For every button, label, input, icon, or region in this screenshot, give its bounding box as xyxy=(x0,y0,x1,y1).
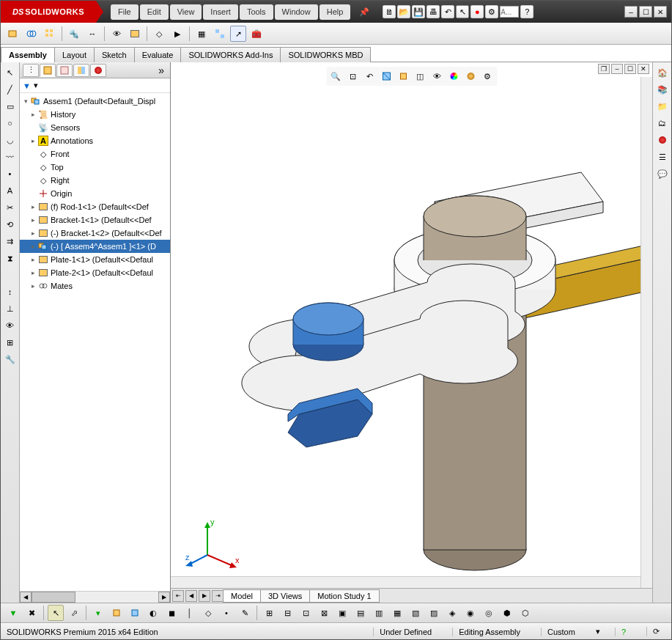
status-unit-system[interactable]: Custom xyxy=(541,628,581,636)
tree-node-plate1[interactable]: ▸Plate-1<1> (Default<<Defaul xyxy=(20,253,170,266)
minimize-button[interactable]: – xyxy=(624,6,638,18)
print-icon[interactable]: 🖶 xyxy=(427,5,440,18)
sketch-point-icon[interactable]: • xyxy=(3,166,18,181)
filter-misc7-icon[interactable]: ▥ xyxy=(371,605,387,621)
view-settings-icon[interactable]: ⚙ xyxy=(480,69,495,84)
tab-nav-last-icon[interactable]: ⇥ xyxy=(212,590,224,602)
doc-tab-motion[interactable]: Motion Study 1 xyxy=(309,589,379,603)
config-manager-tab-icon[interactable] xyxy=(73,64,89,77)
filter-misc6-icon[interactable]: ▤ xyxy=(352,605,369,621)
tree-node-rod[interactable]: ▸(f) Rod-1<1> (Default<<Def xyxy=(20,200,170,213)
file-explorer-icon[interactable]: 📁 xyxy=(655,99,670,114)
filter-axis-icon[interactable]: │ xyxy=(182,605,198,621)
select-arrow-alt-icon[interactable]: ⬀ xyxy=(66,605,82,621)
filter-misc2-icon[interactable]: ⊟ xyxy=(279,605,295,621)
zoom-area-icon[interactable]: ⊡ xyxy=(345,69,360,84)
apply-scene-icon[interactable] xyxy=(463,69,478,84)
rebuild-icon[interactable]: ● xyxy=(470,5,484,18)
tree-node-mates[interactable]: ▸Mates xyxy=(20,279,170,293)
sketch-text-icon[interactable]: A xyxy=(3,183,18,198)
tree-node-sensors[interactable]: 📡Sensors xyxy=(20,121,170,134)
tree-node-front-plane[interactable]: ◇Front xyxy=(20,147,170,161)
sketch-line-icon[interactable]: ╱ xyxy=(3,82,18,97)
filter-misc12-icon[interactable]: ◉ xyxy=(462,605,479,621)
insert-components-icon[interactable] xyxy=(5,26,21,42)
instant3d-icon[interactable]: ➚ xyxy=(230,26,246,42)
tab-mbd[interactable]: SOLIDWORKS MBD xyxy=(280,47,371,62)
filter-faces-icon[interactable] xyxy=(127,605,143,621)
scroll-left-icon[interactable]: ◀ xyxy=(20,592,32,603)
feature-panel-handle-icon[interactable]: ⋮ xyxy=(23,64,39,77)
exploded-view-icon[interactable] xyxy=(212,26,228,42)
tree-node-subassembly[interactable]: ▸(-) [ Assem4^Assem1 ]<1> (D xyxy=(20,240,170,253)
filter-misc13-icon[interactable]: ◎ xyxy=(481,605,497,621)
sketch-circle-icon[interactable]: ○ xyxy=(3,116,18,130)
view-palette-icon[interactable]: 🗂 xyxy=(655,116,670,130)
scroll-thumb[interactable] xyxy=(32,592,75,603)
feature-tree-tab-icon[interactable] xyxy=(40,64,56,77)
zoom-fit-icon[interactable]: 🔍 xyxy=(328,69,343,84)
undo-icon[interactable]: ↶ xyxy=(441,5,454,18)
tree-node-top-plane[interactable]: ◇Top xyxy=(20,161,170,174)
design-library-icon[interactable]: 📚 xyxy=(655,82,670,97)
tab-nav-first-icon[interactable]: ⇤ xyxy=(172,590,184,602)
dimension-icon[interactable]: ↕ xyxy=(3,284,18,299)
display-relations-icon[interactable]: 👁 xyxy=(3,318,18,333)
viewport-vscrollbar[interactable] xyxy=(640,77,652,588)
filter-misc1-icon[interactable]: ⊞ xyxy=(261,605,277,621)
filter-sketch-icon[interactable]: ✎ xyxy=(237,605,253,621)
relation-icon[interactable]: ⊥ xyxy=(3,301,18,316)
status-dropdown-icon[interactable]: ▾ xyxy=(596,627,600,636)
tab-evaluate[interactable]: Evaluate xyxy=(134,47,182,62)
menu-window[interactable]: Window xyxy=(275,4,318,20)
doc-tab-model[interactable]: Model xyxy=(223,589,261,603)
filter-point-icon[interactable]: • xyxy=(218,605,235,621)
filter-misc5-icon[interactable]: ▣ xyxy=(334,605,350,621)
filter-icon[interactable]: ▼ xyxy=(23,81,31,90)
appearances-icon[interactable] xyxy=(655,133,670,147)
filter-misc15-icon[interactable]: ⬡ xyxy=(517,605,533,621)
sketch-rect-icon[interactable]: ▭ xyxy=(3,99,18,114)
filter-plane-icon[interactable]: ◇ xyxy=(200,605,216,621)
section-view-icon[interactable] xyxy=(379,69,394,84)
mirror-icon[interactable]: ⧗ xyxy=(3,251,18,265)
filter-solid-icon[interactable]: ◼ xyxy=(163,605,180,621)
view-orientation-icon[interactable] xyxy=(396,69,410,84)
status-rebuild-icon[interactable]: ⟳ xyxy=(646,627,665,636)
tree-node-bracket1[interactable]: ▸Bracket-1<1> (Default<<Def xyxy=(20,213,170,227)
forum-icon[interactable]: 💬 xyxy=(655,166,670,181)
doc-tab-3dviews[interactable]: 3D Views xyxy=(260,589,310,603)
filter-misc14-icon[interactable]: ⬢ xyxy=(499,605,515,621)
convert-entities-icon[interactable]: ⟲ xyxy=(3,217,18,232)
new-motion-study-icon[interactable]: ▶ xyxy=(169,26,185,42)
previous-view-icon[interactable]: ↶ xyxy=(362,69,377,84)
menu-pin-icon[interactable]: 📌 xyxy=(352,4,377,20)
tree-hscrollbar[interactable]: ◀ ▶ xyxy=(20,591,170,603)
display-manager-tab-icon[interactable] xyxy=(90,64,106,77)
filter-edges-icon[interactable] xyxy=(108,605,125,621)
filter-misc9-icon[interactable]: ▧ xyxy=(407,605,424,621)
collapse-panel-icon[interactable]: » xyxy=(158,65,167,76)
doc-minimize-icon[interactable]: – xyxy=(611,64,623,74)
assembly-features-icon[interactable] xyxy=(127,26,143,42)
filter-surface-icon[interactable]: ◐ xyxy=(145,605,161,621)
sketch-arc-icon[interactable]: ◡ xyxy=(3,133,18,147)
menu-tools[interactable]: Tools xyxy=(240,4,273,20)
filter-toggle-icon[interactable]: ▼ xyxy=(5,605,21,621)
close-button[interactable]: ✕ xyxy=(654,6,667,18)
menu-view[interactable]: View xyxy=(170,4,202,20)
tab-nav-prev-icon[interactable]: ◀ xyxy=(185,590,197,602)
select-arrow-icon[interactable]: ↖ xyxy=(48,605,64,621)
search-input[interactable] xyxy=(500,6,519,18)
filter-misc11-icon[interactable]: ◈ xyxy=(444,605,460,621)
tree-node-right-plane[interactable]: ◇Right xyxy=(20,174,170,187)
menu-file[interactable]: File xyxy=(111,4,139,20)
tab-assembly[interactable]: Assembly xyxy=(1,47,55,62)
tab-addins[interactable]: SOLIDWORKS Add-Ins xyxy=(180,47,281,62)
bom-icon[interactable]: ▦ xyxy=(193,26,210,42)
trim-icon[interactable]: ✂ xyxy=(3,200,18,215)
resources-tab-icon[interactable]: 🏠 xyxy=(655,65,670,80)
toolbox-icon[interactable]: 🧰 xyxy=(248,26,265,42)
filter-vertices-icon[interactable]: ▾ xyxy=(90,605,106,621)
tree-node-annotations[interactable]: ▸AAnnotations xyxy=(20,134,170,147)
